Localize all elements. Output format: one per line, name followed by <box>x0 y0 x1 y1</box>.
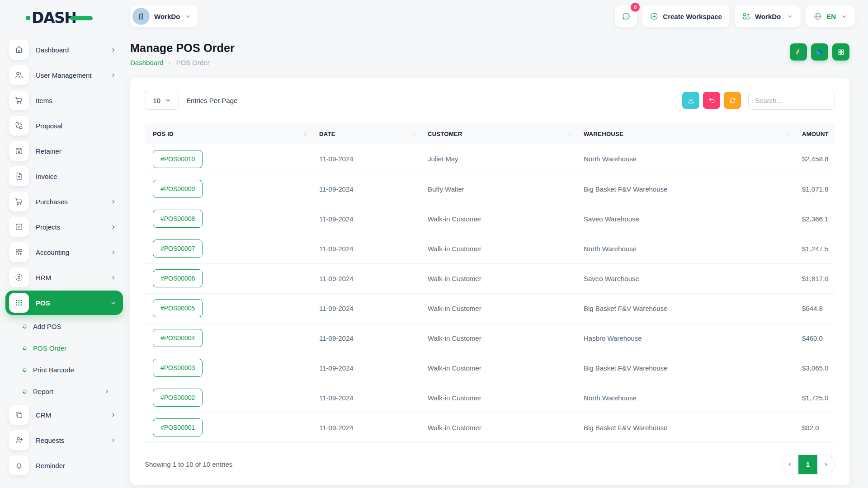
page-header-actions <box>790 42 849 61</box>
pos-id-link[interactable]: #POS00010 <box>153 150 203 168</box>
column-header-customer[interactable]: CUSTOMER↑↓ <box>420 123 576 144</box>
sidebar-item-retainer[interactable]: Retainer <box>9 138 120 164</box>
sidebar-item-hrm[interactable]: HRM <box>9 265 120 290</box>
undo-icon <box>708 97 716 104</box>
page-title: Manage POS Order <box>130 42 235 55</box>
sidebar-item-crm[interactable]: CRM <box>9 402 120 427</box>
scan-person-icon <box>9 267 29 287</box>
sidebar-item-label: Accounting <box>36 249 103 256</box>
pos-id-link[interactable]: #POS00002 <box>153 389 203 407</box>
sort-icon[interactable]: ↑↓ <box>786 131 789 137</box>
create-workspace-button[interactable]: Create Workspace <box>642 5 729 27</box>
cell-amount: $460.0 <box>794 323 835 353</box>
sidebar-item-requests[interactable]: Requests <box>9 427 120 453</box>
pagination: 1 <box>781 455 835 474</box>
chevron-right-icon <box>110 412 117 418</box>
sidebar-item-accounting[interactable]: Accounting <box>9 239 120 265</box>
sort-icon[interactable]: ↑↓ <box>567 131 571 137</box>
pos-id-link[interactable]: #POS00007 <box>153 239 203 258</box>
brand-name: DASH <box>32 9 76 27</box>
sidebar-item-reminder[interactable]: Reminder <box>9 453 120 478</box>
sidebar-subitem-report[interactable]: Report <box>9 380 120 402</box>
chat-bubble-icon <box>622 12 631 21</box>
breadcrumb-current: POS Order <box>176 59 209 66</box>
apps-grid-button[interactable] <box>832 43 849 61</box>
pos-id-link[interactable]: #POS00008 <box>153 210 203 228</box>
pos-order-table: POS ID↑↓ DATE↑↓ CUSTOMER↑↓ WAREHOUSE↑↓ A… <box>145 123 835 443</box>
cell-date: 11-09-2024 <box>311 353 420 383</box>
refresh-button[interactable] <box>724 92 741 109</box>
language-selector[interactable]: EN <box>806 5 855 27</box>
chevron-down-icon <box>165 97 171 103</box>
brand-logo[interactable]: DASH <box>9 7 120 28</box>
search-input[interactable] <box>748 91 835 110</box>
cell-date: 11-09-2024 <box>311 413 420 442</box>
pos-submenu: Add POS POS Order Print Barcode Report <box>9 315 120 402</box>
export-button[interactable] <box>682 92 699 109</box>
table-row: #POS00007 11-09-2024 Walk-in Customer No… <box>145 234 835 263</box>
sidebar-item-label: Reminder <box>36 462 120 469</box>
onedrive-button[interactable] <box>811 43 828 61</box>
sidebar-item-invoice[interactable]: Invoice <box>9 164 120 189</box>
breadcrumb-dashboard-link[interactable]: Dashboard <box>130 59 163 66</box>
chevron-right-icon <box>110 47 117 53</box>
cell-date: 11-09-2024 <box>311 263 420 293</box>
app-menu-label: WorkDo <box>755 13 781 20</box>
chevron-down-icon <box>841 13 848 20</box>
cell-amount: $1,247.5 <box>794 234 835 263</box>
plus-circle-icon <box>650 12 659 21</box>
chevron-right-icon <box>110 72 117 79</box>
entries-per-page-select[interactable]: 10 <box>145 91 179 110</box>
sidebar-subitem-pos-order[interactable]: POS Order <box>9 337 120 359</box>
pos-id-link[interactable]: #POS00001 <box>153 418 203 436</box>
sort-icon[interactable]: ↑↓ <box>411 131 415 137</box>
sidebar-item-proposal[interactable]: Proposal <box>9 113 120 138</box>
sidebar-item-pos[interactable]: POS <box>5 291 123 315</box>
cell-amount: $92.0 <box>794 413 835 442</box>
bullet-icon <box>23 346 27 350</box>
cell-warehouse: Saveo Warehouse <box>576 263 794 293</box>
pos-id-link[interactable]: #POS00005 <box>153 299 203 317</box>
pos-id-link[interactable]: #POS00004 <box>153 329 203 347</box>
sort-icon[interactable]: ↑↓ <box>303 131 307 137</box>
sidebar-subitem-add-pos[interactable]: Add POS <box>9 315 120 337</box>
sidebar-subitem-print-barcode[interactable]: Print Barcode <box>9 359 120 380</box>
app-menu-button[interactable]: WorkDo <box>735 5 801 27</box>
user-plus-icon <box>9 430 29 450</box>
pos-id-link[interactable]: #POS00003 <box>153 359 203 377</box>
sidebar-item-label: User Management <box>36 71 103 79</box>
sidebar-item-purchases[interactable]: Purchases <box>9 189 120 214</box>
column-header-date[interactable]: DATE↑↓ <box>311 123 420 144</box>
pos-id-link[interactable]: #POS00009 <box>153 180 203 198</box>
table-row: #POS00003 11-09-2024 Walk-in Customer Bi… <box>145 353 835 383</box>
file-text-icon <box>9 166 29 186</box>
cell-date: 11-09-2024 <box>311 293 420 323</box>
workspace-selector[interactable]: WorkDo <box>130 5 198 27</box>
chevron-right-icon <box>110 249 117 256</box>
column-header-amount[interactable]: AMOUNT <box>794 123 835 144</box>
previous-page-button[interactable] <box>781 455 798 474</box>
table-footer: Showing 1 to 10 of 10 entries 1 <box>145 455 835 474</box>
entries-per-page-label: Entries Per Page <box>186 97 237 104</box>
pos-id-link[interactable]: #POS00006 <box>153 269 203 287</box>
cell-warehouse: North Warehouse <box>576 234 794 263</box>
cell-amount: $1,725.0 <box>794 383 835 413</box>
column-header-warehouse[interactable]: WAREHOUSE↑↓ <box>576 123 794 144</box>
sidebar-item-user-management[interactable]: User Management <box>9 62 120 88</box>
next-page-button[interactable] <box>817 455 835 474</box>
undo-button[interactable] <box>703 92 720 109</box>
sidebar-item-items[interactable]: Items <box>9 88 120 113</box>
logo-dot <box>26 16 30 20</box>
table-controls: 10 Entries Per Page <box>145 91 835 110</box>
sidebar-item-dashboard[interactable]: Dashboard <box>9 37 120 62</box>
bullet-icon <box>23 324 27 328</box>
column-header-pos-id[interactable]: POS ID↑↓ <box>145 123 311 144</box>
page-number-button[interactable]: 1 <box>798 455 817 474</box>
logo-dash-bar <box>70 16 93 20</box>
messages-button[interactable]: 0 <box>615 5 637 27</box>
sidebar-item-projects[interactable]: Projects <box>9 214 120 239</box>
chevron-right-icon <box>110 198 117 205</box>
google-drive-button[interactable] <box>790 43 807 61</box>
sidebar-item-label: Invoice <box>36 173 120 180</box>
save-icon <box>9 141 29 161</box>
